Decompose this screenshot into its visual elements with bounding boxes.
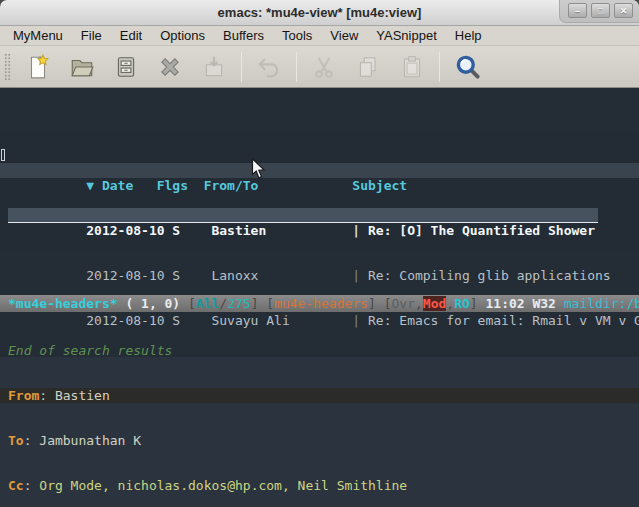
window-title: emacs: *mu4e-view* [mu4e:view] (218, 5, 422, 20)
headers-column-row: ▼ DateFlgsFrom/ToSubject (0, 163, 639, 178)
maximize-button[interactable]: □ (591, 3, 610, 18)
cut-button (307, 50, 341, 84)
row-flags: S (172, 223, 211, 238)
close-button[interactable]: ✕ (614, 3, 633, 18)
row-date: 2012-08-10 (86, 313, 172, 328)
minimize-button[interactable]: – (568, 3, 587, 18)
message-row-selected[interactable]: 2012-08-10SBastien| Re: [O] The Quantifi… (8, 208, 598, 223)
column-date[interactable]: Date (102, 178, 157, 193)
row-date: 2012-08-10 (86, 223, 172, 238)
column-subject[interactable]: Subject (352, 178, 407, 193)
row-from: Lanoxx (211, 268, 352, 283)
undo-button (252, 50, 286, 84)
emacs-frame: ▼ DateFlgsFrom/ToSubject 2012-08-10SBast… (0, 88, 639, 507)
paste-button (395, 50, 429, 84)
menu-bar: MyMenu File Edit Options Buffers Tools V… (0, 26, 639, 46)
column-flags[interactable]: Flgs (157, 178, 204, 193)
tool-bar (0, 46, 639, 88)
headers-window[interactable]: ▼ DateFlgsFrom/ToSubject 2012-08-10SBast… (0, 133, 639, 250)
row-date: 2012-08-10 (86, 268, 172, 283)
window-controls: – □ ✕ (559, 0, 639, 23)
sort-descending-icon[interactable]: ▼ (86, 178, 102, 193)
copy-button (351, 50, 385, 84)
menu-file[interactable]: File (72, 27, 111, 45)
field-value: Jambunathan K (39, 433, 141, 448)
close-x-icon (157, 54, 183, 80)
menu-tools[interactable]: Tools (273, 27, 321, 45)
toolbar-drag-handle[interactable] (4, 53, 11, 81)
field-label: To (8, 433, 24, 448)
toolbar-separator (241, 52, 242, 82)
fringe-bookmark-icon (1, 149, 5, 161)
save-as-button (197, 50, 231, 84)
minimize-icon: – (575, 6, 580, 16)
field-colon: : (24, 433, 40, 448)
row-separator: | (352, 313, 368, 328)
save-icon (113, 54, 139, 80)
toolbar-separator (439, 52, 440, 82)
toolbar-separator (296, 52, 297, 82)
field-to: To: Jambunathan K (0, 433, 639, 448)
row-separator: | (352, 268, 368, 283)
column-from-to[interactable]: From/To (204, 178, 353, 193)
menu-yasnippet[interactable]: YASnippet (367, 27, 445, 45)
menu-mymenu[interactable]: MyMenu (4, 27, 72, 45)
search-button[interactable] (450, 50, 484, 84)
row-flags: S (172, 268, 211, 283)
field-value: Org Mode, nicholas.dokos@hp.com, Neil Sm… (39, 478, 407, 493)
field-cc: Cc: Org Mode, nicholas.dokos@hp.com, Nei… (0, 478, 639, 493)
open-file-button[interactable] (65, 50, 99, 84)
menu-edit[interactable]: Edit (111, 27, 151, 45)
titlebar[interactable]: emacs: *mu4e-view* [mu4e:view] – □ ✕ (0, 0, 639, 26)
menu-view[interactable]: View (321, 27, 367, 45)
row-flags: S (172, 313, 211, 328)
paste-clipboard-icon (399, 54, 425, 80)
new-file-button[interactable] (21, 50, 55, 84)
menu-options[interactable]: Options (151, 27, 214, 45)
row-subject: Re: [O] The Quantified Shower (368, 223, 595, 238)
message-row[interactable]: 2012-08-10SLanoxx| Re: Compiling glib ap… (8, 253, 639, 268)
row-subject: Re: Emacs for email: Rmail v VM v Gnus (368, 313, 639, 328)
field-colon: : (24, 478, 40, 493)
save-button[interactable] (109, 50, 143, 84)
close-buffer-button[interactable] (153, 50, 187, 84)
emacs-window: emacs: *mu4e-view* [mu4e:view] – □ ✕ MyM… (0, 0, 639, 507)
message-row[interactable]: 2012-08-10SSuvayu Ali| Re: Emacs for ema… (8, 298, 639, 313)
menu-help[interactable]: Help (446, 27, 491, 45)
maximize-icon: □ (598, 6, 603, 16)
save-as-icon (201, 54, 227, 80)
new-file-icon (25, 54, 51, 80)
menu-buffers[interactable]: Buffers (214, 27, 273, 45)
copy-icon (355, 54, 381, 80)
row-subject: Re: Compiling glib applications (368, 268, 611, 283)
cut-scissors-icon (311, 54, 337, 80)
open-folder-icon (69, 54, 95, 80)
row-separator: | (352, 223, 368, 238)
search-icon (454, 53, 481, 80)
end-of-search-results: End of search results (0, 343, 639, 358)
close-icon: ✕ (620, 6, 628, 16)
row-from: Bastien (211, 223, 352, 238)
field-label: Cc (8, 478, 24, 493)
undo-icon (256, 54, 282, 80)
row-from: Suvayu Ali (211, 313, 352, 328)
